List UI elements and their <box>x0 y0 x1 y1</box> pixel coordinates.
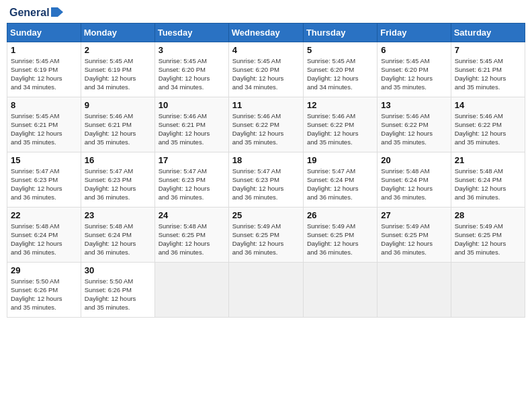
calendar-cell: 1Sunrise: 5:45 AMSunset: 6:19 PMDaylight… <box>7 42 81 97</box>
calendar-cell <box>228 262 303 317</box>
day-info: Sunrise: 5:46 AMSunset: 6:22 PMDaylight:… <box>232 111 300 147</box>
calendar-cell: 12Sunrise: 5:46 AMSunset: 6:22 PMDayligh… <box>303 97 377 152</box>
calendar-cell <box>303 262 377 317</box>
day-number: 29 <box>11 265 77 275</box>
day-info: Sunrise: 5:47 AMSunset: 6:24 PMDaylight:… <box>307 167 373 202</box>
day-number: 10 <box>159 100 225 110</box>
day-number: 20 <box>381 155 447 165</box>
day-info: Sunrise: 5:48 AMSunset: 6:24 PMDaylight:… <box>455 167 521 202</box>
calendar-cell: 24Sunrise: 5:48 AMSunset: 6:25 PMDayligh… <box>154 207 228 262</box>
calendar-cell: 16Sunrise: 5:47 AMSunset: 6:23 PMDayligh… <box>81 152 154 207</box>
weekday-header: Friday <box>378 23 451 42</box>
calendar-cell: 15Sunrise: 5:47 AMSunset: 6:23 PMDayligh… <box>7 152 81 207</box>
weekday-header: Tuesday <box>154 23 228 42</box>
day-number: 13 <box>381 100 447 110</box>
day-info: Sunrise: 5:46 AMSunset: 6:22 PMDaylight:… <box>381 111 447 147</box>
day-info: Sunrise: 5:48 AMSunset: 6:24 PMDaylight:… <box>11 222 77 257</box>
day-number: 25 <box>232 210 300 220</box>
day-number: 21 <box>455 155 521 165</box>
day-number: 5 <box>307 45 373 55</box>
day-number: 14 <box>455 100 521 110</box>
weekday-header: Sunday <box>7 23 81 42</box>
calendar-cell: 21Sunrise: 5:48 AMSunset: 6:24 PMDayligh… <box>451 152 525 207</box>
day-number: 24 <box>159 210 225 220</box>
day-number: 4 <box>232 45 300 55</box>
calendar-cell: 4Sunrise: 5:45 AMSunset: 6:20 PMDaylight… <box>228 42 303 97</box>
day-number: 19 <box>307 155 373 165</box>
day-number: 6 <box>381 45 447 55</box>
day-info: Sunrise: 5:46 AMSunset: 6:21 PMDaylight:… <box>85 111 151 147</box>
day-number: 7 <box>455 45 521 55</box>
day-info: Sunrise: 5:47 AMSunset: 6:23 PMDaylight:… <box>11 167 77 202</box>
day-info: Sunrise: 5:48 AMSunset: 6:24 PMDaylight:… <box>85 222 151 257</box>
day-info: Sunrise: 5:46 AMSunset: 6:22 PMDaylight:… <box>307 111 373 147</box>
day-info: Sunrise: 5:46 AMSunset: 6:22 PMDaylight:… <box>455 111 521 147</box>
day-number: 15 <box>11 155 77 165</box>
calendar-cell: 18Sunrise: 5:47 AMSunset: 6:23 PMDayligh… <box>228 152 303 207</box>
day-number: 30 <box>85 265 151 275</box>
calendar-cell: 10Sunrise: 5:46 AMSunset: 6:21 PMDayligh… <box>154 97 228 152</box>
day-info: Sunrise: 5:49 AMSunset: 6:25 PMDaylight:… <box>232 222 300 257</box>
day-number: 28 <box>455 210 521 220</box>
header: General <box>7 7 525 17</box>
day-info: Sunrise: 5:48 AMSunset: 6:24 PMDaylight:… <box>381 167 447 202</box>
day-info: Sunrise: 5:46 AMSunset: 6:21 PMDaylight:… <box>159 111 225 147</box>
day-number: 22 <box>11 210 77 220</box>
calendar-cell: 13Sunrise: 5:46 AMSunset: 6:22 PMDayligh… <box>378 97 451 152</box>
day-info: Sunrise: 5:47 AMSunset: 6:23 PMDaylight:… <box>85 167 151 202</box>
day-number: 1 <box>11 45 77 55</box>
calendar-cell: 30Sunrise: 5:50 AMSunset: 6:26 PMDayligh… <box>81 262 154 317</box>
day-info: Sunrise: 5:45 AMSunset: 6:19 PMDaylight:… <box>11 56 77 92</box>
calendar-cell: 2Sunrise: 5:45 AMSunset: 6:19 PMDaylight… <box>81 42 154 97</box>
weekday-header: Saturday <box>451 23 525 42</box>
calendar-cell: 3Sunrise: 5:45 AMSunset: 6:20 PMDaylight… <box>154 42 228 97</box>
day-info: Sunrise: 5:45 AMSunset: 6:20 PMDaylight:… <box>159 56 225 92</box>
calendar-table: SundayMondayTuesdayWednesdayThursdayFrid… <box>7 23 525 318</box>
day-number: 2 <box>85 45 151 55</box>
day-info: Sunrise: 5:45 AMSunset: 6:21 PMDaylight:… <box>455 56 521 92</box>
day-info: Sunrise: 5:45 AMSunset: 6:21 PMDaylight:… <box>11 111 77 147</box>
calendar-cell: 28Sunrise: 5:49 AMSunset: 6:25 PMDayligh… <box>451 207 525 262</box>
day-number: 12 <box>307 100 373 110</box>
calendar-cell: 17Sunrise: 5:47 AMSunset: 6:23 PMDayligh… <box>154 152 228 207</box>
day-number: 11 <box>232 100 300 110</box>
day-info: Sunrise: 5:50 AMSunset: 6:26 PMDaylight:… <box>85 277 151 312</box>
day-number: 26 <box>307 210 373 220</box>
logo: General <box>9 7 63 17</box>
weekday-header: Monday <box>81 23 154 42</box>
day-info: Sunrise: 5:48 AMSunset: 6:25 PMDaylight:… <box>159 222 225 257</box>
day-number: 9 <box>85 100 151 110</box>
logo-general: General <box>9 7 50 19</box>
day-info: Sunrise: 5:49 AMSunset: 6:25 PMDaylight:… <box>455 222 521 257</box>
calendar-cell: 14Sunrise: 5:46 AMSunset: 6:22 PMDayligh… <box>451 97 525 152</box>
day-info: Sunrise: 5:49 AMSunset: 6:25 PMDaylight:… <box>381 222 447 257</box>
weekday-header: Wednesday <box>228 23 303 42</box>
calendar-cell: 25Sunrise: 5:49 AMSunset: 6:25 PMDayligh… <box>228 207 303 262</box>
calendar-cell: 19Sunrise: 5:47 AMSunset: 6:24 PMDayligh… <box>303 152 377 207</box>
calendar-cell: 23Sunrise: 5:48 AMSunset: 6:24 PMDayligh… <box>81 207 154 262</box>
day-info: Sunrise: 5:47 AMSunset: 6:23 PMDaylight:… <box>232 167 300 202</box>
day-info: Sunrise: 5:45 AMSunset: 6:20 PMDaylight:… <box>307 56 373 92</box>
calendar-cell: 6Sunrise: 5:45 AMSunset: 6:20 PMDaylight… <box>378 42 451 97</box>
logo-icon <box>51 6 63 18</box>
calendar-cell: 22Sunrise: 5:48 AMSunset: 6:24 PMDayligh… <box>7 207 81 262</box>
calendar-cell: 27Sunrise: 5:49 AMSunset: 6:25 PMDayligh… <box>378 207 451 262</box>
day-info: Sunrise: 5:45 AMSunset: 6:19 PMDaylight:… <box>85 56 151 92</box>
calendar-cell: 29Sunrise: 5:50 AMSunset: 6:26 PMDayligh… <box>7 262 81 317</box>
calendar-cell <box>451 262 525 317</box>
day-info: Sunrise: 5:45 AMSunset: 6:20 PMDaylight:… <box>232 56 300 92</box>
day-info: Sunrise: 5:50 AMSunset: 6:26 PMDaylight:… <box>11 277 77 312</box>
calendar-cell: 20Sunrise: 5:48 AMSunset: 6:24 PMDayligh… <box>378 152 451 207</box>
svg-marker-0 <box>51 7 63 17</box>
day-number: 8 <box>11 100 77 110</box>
calendar-cell <box>154 262 228 317</box>
calendar-cell <box>378 262 451 317</box>
calendar-cell: 26Sunrise: 5:49 AMSunset: 6:25 PMDayligh… <box>303 207 377 262</box>
day-info: Sunrise: 5:45 AMSunset: 6:20 PMDaylight:… <box>381 56 447 92</box>
calendar-cell: 7Sunrise: 5:45 AMSunset: 6:21 PMDaylight… <box>451 42 525 97</box>
day-number: 23 <box>85 210 151 220</box>
day-info: Sunrise: 5:47 AMSunset: 6:23 PMDaylight:… <box>159 167 225 202</box>
day-number: 17 <box>159 155 225 165</box>
calendar-cell: 11Sunrise: 5:46 AMSunset: 6:22 PMDayligh… <box>228 97 303 152</box>
day-number: 27 <box>381 210 447 220</box>
